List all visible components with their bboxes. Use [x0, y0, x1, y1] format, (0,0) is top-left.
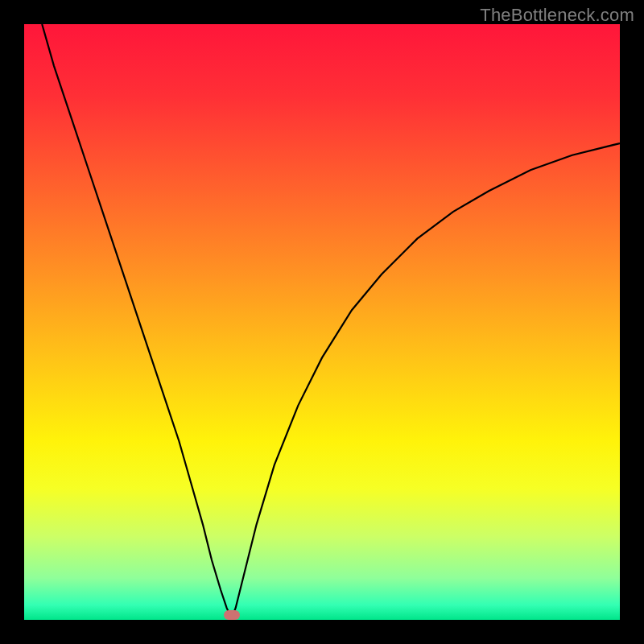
gradient-background — [24, 24, 620, 620]
watermark-text: TheBottleneck.com — [480, 5, 634, 26]
gradient-plot — [24, 24, 620, 620]
plot-area — [24, 24, 620, 620]
optimal-marker — [224, 610, 240, 620]
chart-frame: TheBottleneck.com — [0, 0, 644, 644]
